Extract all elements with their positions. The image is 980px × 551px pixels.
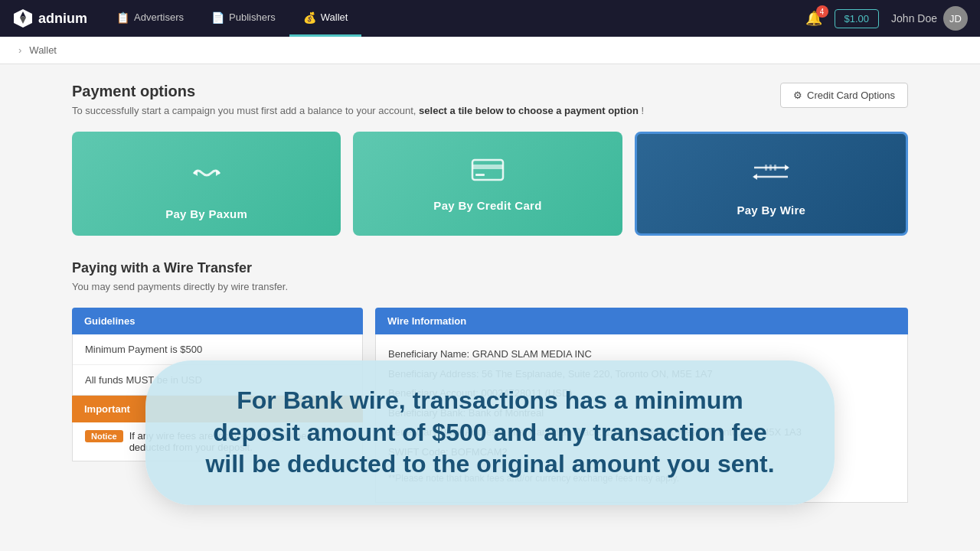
wallet-icon: 💰: [303, 11, 316, 24]
svg-rect-5: [472, 160, 503, 180]
wire-info-header: Wire Information: [375, 308, 908, 334]
subtitle-start: To successfully start a campaign you mus…: [72, 105, 416, 116]
overlay-bubble: For Bank wire, transactions has a minimu…: [145, 360, 835, 505]
paxum-icon: [190, 156, 224, 197]
wire-icon: [751, 158, 791, 193]
nav-advertisers[interactable]: 📋 Advertisers: [103, 0, 198, 37]
navbar-right: 🔔 4 $1.00 John Doe JD: [805, 6, 968, 31]
wire-section-subtitle: You may send payments directly by wire t…: [72, 281, 908, 292]
svg-marker-11: [753, 174, 757, 180]
logo-icon: [12, 8, 34, 29]
brand-logo[interactable]: adnium: [12, 8, 87, 29]
payment-tiles: Pay By Paxum Pay By Credit Card: [72, 132, 908, 236]
credit-card-icon: ⚙: [793, 90, 802, 101]
brand-name: adnium: [38, 11, 87, 27]
payment-options-title: Payment options: [72, 83, 644, 100]
nav-wallet[interactable]: 💰 Wallet: [289, 0, 362, 37]
credit-card-options-button[interactable]: ⚙ Credit Card Options: [780, 83, 908, 108]
subtitle-end: !: [641, 105, 644, 116]
wire-info-0: Beneficiary Name: GRAND SLAM MEDIA INC: [388, 347, 895, 362]
payment-options-subtitle: To successfully start a campaign you mus…: [72, 105, 644, 116]
nav-publishers[interactable]: 📄 Publishers: [198, 0, 289, 37]
svg-rect-6: [472, 165, 503, 169]
overlay-text: For Bank wire, transactions has a minimu…: [191, 385, 789, 481]
notifications-badge: 4: [816, 5, 828, 18]
svg-rect-7: [475, 174, 485, 176]
notifications-button[interactable]: 🔔 4: [805, 10, 822, 27]
breadcrumb-chevron: ›: [18, 44, 21, 56]
notice-badge: Notice: [85, 430, 123, 442]
subtitle-bold: select a tile below to choose a payment …: [419, 105, 639, 116]
user-name: John Doe: [891, 12, 937, 24]
breadcrumb-wallet[interactable]: Wallet: [29, 44, 57, 56]
paxum-label: Pay By Paxum: [165, 207, 247, 220]
tile-wire[interactable]: Pay By Wire: [635, 132, 908, 236]
avatar: JD: [943, 6, 968, 31]
svg-rect-12: [765, 165, 767, 171]
tile-paxum[interactable]: Pay By Paxum: [72, 132, 341, 236]
svg-rect-13: [769, 165, 772, 171]
guidelines-header: Guidelines: [72, 308, 363, 334]
wire-section-title: Paying with a Wire Transfer: [72, 260, 908, 276]
credit-card-tile-icon: [471, 156, 505, 188]
breadcrumb: › Wallet: [0, 37, 980, 64]
balance-button[interactable]: $1.00: [835, 9, 880, 28]
payment-options-info: Payment options To successfully start a …: [72, 83, 644, 116]
user-profile[interactable]: John Doe JD: [891, 6, 968, 31]
publishers-icon: 📄: [211, 11, 224, 24]
payment-options-header: Payment options To successfully start a …: [72, 83, 908, 116]
advertisers-icon: 📋: [116, 11, 129, 24]
svg-marker-9: [785, 165, 789, 171]
credit-card-tile-label: Pay By Credit Card: [433, 199, 541, 212]
navbar: adnium 📋 Advertisers 📄 Publishers 💰 Wall…: [0, 0, 980, 37]
wire-tile-label: Pay By Wire: [737, 204, 805, 217]
svg-rect-14: [774, 165, 776, 171]
tile-credit-card[interactable]: Pay By Credit Card: [353, 132, 622, 236]
